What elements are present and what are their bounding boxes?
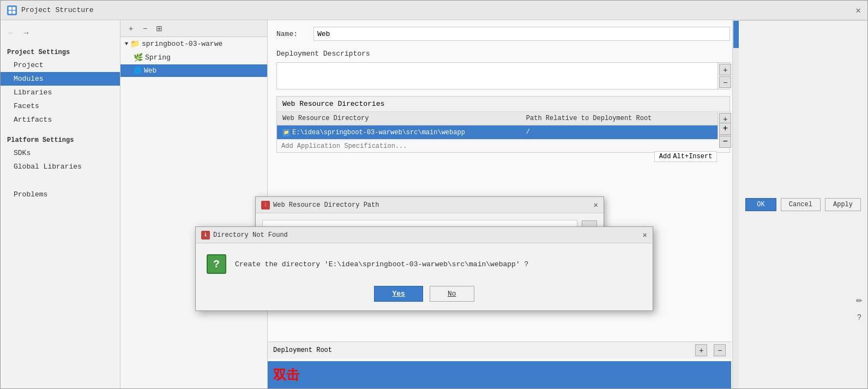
title-bar: Project Structure ✕ bbox=[1, 1, 867, 20]
tree-toolbar: + − ⊞ bbox=[120, 20, 267, 37]
dialog-dnf-icon: i bbox=[201, 231, 210, 240]
sidebar-item-sdks[interactable]: SDKs bbox=[1, 146, 120, 160]
sidebar-item-global-libraries[interactable]: Global Libraries bbox=[1, 160, 120, 173]
deployment-descriptors-header: Deployment Descriptors bbox=[276, 50, 730, 58]
tree-add-button[interactable]: + bbox=[125, 22, 137, 34]
right-edge-tools: ✏ ? bbox=[853, 295, 865, 323]
edit-tool-button[interactable]: ✏ bbox=[853, 295, 865, 307]
window-title: Project Structure bbox=[21, 6, 94, 14]
main-cancel-button[interactable]: Cancel bbox=[781, 198, 821, 211]
dialog-dnf: i Directory Not Found ✕ ? Create the dir… bbox=[195, 226, 653, 311]
dialog-dnf-footer: Yes No bbox=[196, 280, 653, 310]
platform-settings-label: Platform Settings bbox=[1, 133, 120, 146]
web-resource-section: Web Resource Directories Web Resource Di… bbox=[276, 96, 730, 153]
svg-rect-1 bbox=[13, 7, 15, 10]
directory-icon: 📁 bbox=[282, 129, 290, 136]
dialog-dnf-no-button[interactable]: No bbox=[430, 286, 474, 302]
tree-remove-button[interactable]: − bbox=[139, 22, 151, 34]
sidebar-item-project[interactable]: Project bbox=[1, 58, 120, 72]
add-action-button[interactable]: + bbox=[719, 123, 731, 135]
app-icon bbox=[7, 5, 17, 15]
svg-rect-0 bbox=[9, 7, 11, 10]
main-footer: OK Cancel Apply bbox=[739, 20, 867, 388]
web-module-icon: 🌐 bbox=[134, 67, 142, 75]
remove-action-button[interactable]: − bbox=[719, 136, 731, 148]
tree-item-springboot[interactable]: ▼ 📁 springboot-03-warwe bbox=[120, 37, 267, 51]
svg-rect-2 bbox=[9, 11, 11, 14]
name-input[interactable] bbox=[314, 27, 730, 41]
sidebar-item-artifacts[interactable]: Artifacts bbox=[1, 113, 120, 127]
add-shortcut-popup: Add Alt+Insert bbox=[654, 151, 718, 162]
tree-copy-button[interactable]: ⊞ bbox=[153, 22, 165, 34]
deployment-root-remove-button[interactable]: − bbox=[714, 344, 726, 356]
module-tree: + − ⊞ ▼ 📁 springboot-03-warwe 🌿 Spring bbox=[120, 20, 268, 388]
chevron-down-icon: ▼ bbox=[125, 41, 128, 47]
deployment-remove-button[interactable]: − bbox=[719, 76, 731, 88]
sidebar-item-libraries[interactable]: Libraries bbox=[1, 86, 120, 99]
svg-rect-3 bbox=[13, 11, 15, 14]
col-path-relative: Path Relative to Deployment Root bbox=[521, 112, 718, 125]
deployment-root-add-button[interactable]: + bbox=[695, 344, 707, 356]
col-web-resource-directory: Web Resource Directory bbox=[277, 112, 521, 125]
sidebar: ← → Project Settings Project Modules Lib… bbox=[1, 20, 120, 388]
table-row[interactable]: 📁 E:\idea\springboot-03-warweb\src\main\… bbox=[277, 125, 718, 140]
web-resource-title: Web Resource Directories bbox=[277, 97, 730, 112]
cell-relative-path: / bbox=[521, 125, 718, 139]
close-button[interactable]: ✕ bbox=[855, 5, 861, 16]
deployment-root-label: Deployment Root bbox=[273, 346, 332, 354]
dialog-dnf-title: Directory Not Found bbox=[213, 231, 288, 239]
question-icon: ? bbox=[207, 254, 226, 274]
dialog-wrdp-title: Web Resource Directory Path bbox=[273, 201, 379, 209]
project-settings-label: Project Settings bbox=[1, 45, 120, 58]
nav-toolbar: ← → bbox=[1, 25, 120, 41]
add-application-section: Add Application Specification... bbox=[277, 140, 730, 152]
deployment-descriptors-panel: + − bbox=[276, 62, 730, 89]
dialog-dnf-message: Create the directory 'E:\idea\springboot… bbox=[235, 260, 528, 268]
sidebar-item-modules[interactable]: Modules bbox=[1, 72, 120, 86]
main-apply-button[interactable]: Apply bbox=[825, 198, 861, 211]
dialog-dnf-close[interactable]: ✕ bbox=[643, 230, 647, 240]
dialog-wrdp-title-bar: i Web Resource Directory Path ✕ bbox=[256, 197, 604, 213]
tree-item-web[interactable]: 🌐 Web bbox=[120, 64, 267, 77]
sidebar-item-facets[interactable]: Facets bbox=[1, 99, 120, 113]
right-side-add-remove: + − bbox=[719, 123, 731, 148]
tree-item-spring[interactable]: 🌿 Spring bbox=[120, 51, 267, 64]
main-window: Project Structure ✕ ← → Project Settings… bbox=[0, 0, 868, 389]
scrollbar-right[interactable] bbox=[732, 20, 739, 388]
name-field-row: Name: bbox=[276, 27, 730, 41]
deployment-root-bar: Deployment Root + − bbox=[268, 342, 731, 358]
dialog-dnf-yes-button[interactable]: Yes bbox=[374, 286, 423, 302]
deployment-add-button[interactable]: + bbox=[719, 64, 731, 75]
bottom-selected-row: 双击 bbox=[268, 361, 731, 388]
sidebar-item-problems[interactable]: Problems bbox=[7, 188, 113, 201]
dialog-wrdp-close[interactable]: ✕ bbox=[594, 200, 598, 210]
cell-directory-path: 📁 E:\idea\springboot-03-warweb\src\main\… bbox=[277, 125, 521, 139]
scroll-thumb bbox=[733, 21, 739, 48]
folder-icon: 📁 bbox=[130, 39, 140, 49]
annotation-shuang-ji: 双击 bbox=[273, 366, 299, 384]
name-label: Name: bbox=[276, 30, 309, 38]
forward-button[interactable]: → bbox=[20, 27, 32, 39]
main-ok-button[interactable]: OK bbox=[745, 198, 776, 211]
help-tool-button[interactable]: ? bbox=[853, 311, 865, 323]
back-button[interactable]: ← bbox=[5, 27, 17, 39]
dialog-dnf-body: ? Create the directory 'E:\idea\springbo… bbox=[196, 243, 653, 280]
dialog-wrdp-icon: i bbox=[261, 201, 270, 210]
table-header: Web Resource Directory Path Relative to … bbox=[277, 112, 718, 125]
spring-icon: 🌿 bbox=[134, 53, 143, 62]
dialog-dnf-title-bar: i Directory Not Found ✕ bbox=[196, 227, 653, 243]
